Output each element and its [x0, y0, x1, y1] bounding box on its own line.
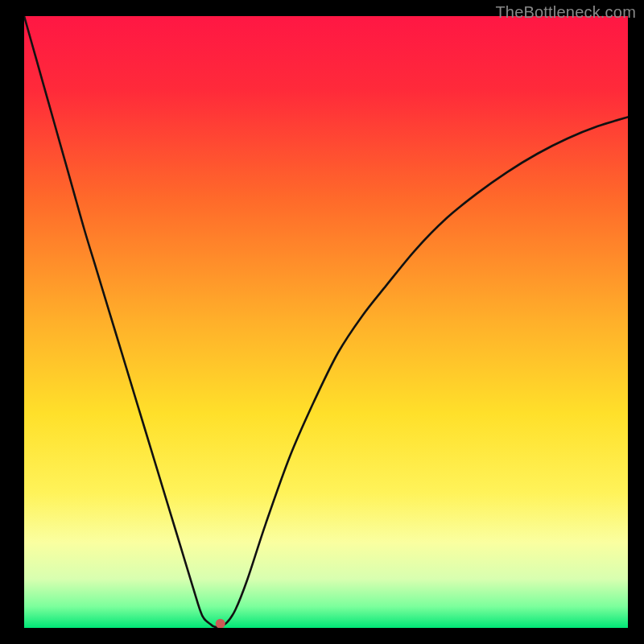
plot-area — [24, 16, 628, 628]
gradient-background — [24, 16, 628, 628]
chart-frame: TheBottleneck.com — [0, 0, 644, 644]
chart-svg — [24, 16, 628, 628]
watermark-text: TheBottleneck.com — [495, 3, 636, 22]
